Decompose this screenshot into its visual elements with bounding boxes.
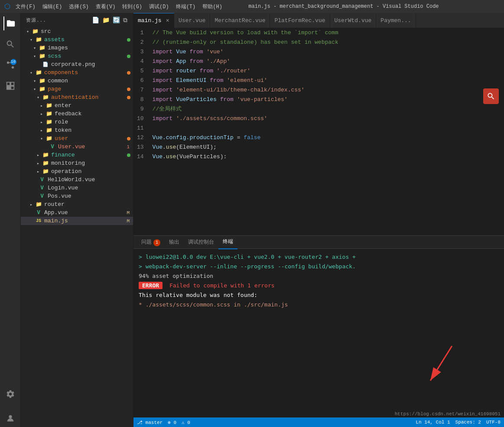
svg-point-0	[11, 66, 14, 69]
errors-count: ⊗ 0	[168, 420, 176, 425]
line-number: 11	[137, 124, 144, 133]
line-number: 13	[137, 143, 144, 152]
svg-rect-4	[7, 86, 10, 89]
terminal-line: * ./assets/scss/common.scss in ./src/mai…	[139, 300, 499, 310]
tab-platformrec-vue[interactable]: PlatFormRec.vue	[270, 13, 330, 28]
menu-terminal[interactable]: 终端(T)	[176, 3, 196, 10]
file-dot-indicator	[127, 153, 130, 157]
menu-select[interactable]: 选择(S)	[69, 3, 89, 10]
error-badge-label: ERROR	[139, 282, 163, 289]
terminal-line: > luowei22@1.0.0 dev E:\vue-cli + vue2.0…	[139, 252, 499, 262]
activity-explorer[interactable]	[3, 16, 17, 30]
tree-item-router[interactable]: ▸📁router	[21, 200, 133, 209]
line-number: 8	[137, 95, 144, 104]
window-title: main.js - merchant_background_management…	[248, 3, 439, 10]
panel-tab-输出[interactable]: 输出	[165, 236, 184, 249]
code-line: import './assets/scss/common.scss'	[153, 114, 504, 124]
tree-item-scss[interactable]: ▾📁scss	[21, 52, 133, 60]
menu-goto[interactable]: 转到(G)	[122, 3, 142, 10]
tree-item-assets[interactable]: ▾📁assets	[21, 36, 133, 44]
tree-item-components[interactable]: ▾📁components	[21, 68, 133, 77]
file-tree: ▾📁src▾📁assets▾📁images▾📁scss📄corporate.pn…	[21, 27, 133, 225]
code-editor: 1234567891011121314 // The Vue build ver…	[133, 28, 504, 235]
menu-help[interactable]: 帮助(H)	[202, 3, 222, 10]
encoding-info: UTF-8	[486, 420, 501, 425]
sidebar-header: 资源... 📄 📁 🔄 ⧉	[21, 13, 133, 27]
line-number: 1	[137, 28, 144, 38]
tree-item-page[interactable]: ▾📁page	[21, 85, 133, 93]
tree-item-common[interactable]: ▾📁common	[21, 77, 133, 85]
file-modified-badge: M	[127, 210, 130, 215]
activity-extensions[interactable]	[3, 79, 17, 93]
line-number: 10	[137, 114, 144, 124]
line-number: 12	[137, 133, 144, 143]
status-bar: ⎇ master ⊗ 0 ⚠ 0 Ln 14, Col 1 Spaces: 2 …	[133, 417, 504, 427]
svg-rect-3	[10, 82, 13, 85]
code-line	[153, 124, 504, 133]
svg-point-1	[7, 62, 9, 64]
warnings-count: ⚠ 0	[182, 420, 190, 425]
tree-item-pos-vue[interactable]: VPos.vue	[21, 192, 133, 200]
activity-search[interactable]	[3, 37, 17, 51]
tree-item-monitoring[interactable]: ▸📁monitoring	[21, 159, 133, 167]
tree-item-user[interactable]: ▾📁user	[21, 134, 133, 143]
code-line: import App from './App'	[153, 57, 504, 66]
tree-item-role[interactable]: ▸📁role	[21, 118, 133, 126]
tab-label: PlatFormRec.vue	[274, 17, 325, 24]
tree-item-user-vue[interactable]: VUser.vue1	[21, 143, 133, 151]
tree-item-operation[interactable]: ▸📁operation	[21, 167, 133, 176]
panel-tab-问题[interactable]: 问题1	[137, 236, 165, 249]
terminal-line: This relative module was not found:	[139, 290, 499, 300]
tree-item-token[interactable]: ▸📁token	[21, 126, 133, 134]
code-line: Vue.use(ElementUI);	[153, 143, 504, 152]
menu-edit[interactable]: 编辑(E)	[42, 3, 62, 10]
tree-item-authentication[interactable]: ▾📁authentication	[21, 93, 133, 101]
tree-item-images[interactable]: ▾📁images	[21, 44, 133, 52]
svg-point-6	[9, 415, 12, 418]
activity-source-control[interactable]: 10	[3, 58, 17, 72]
tree-item-main-js[interactable]: JSmain.jsM	[21, 217, 133, 225]
collapse-all-button[interactable]: ⧉	[123, 17, 128, 24]
tree-item-src[interactable]: ▾📁src	[21, 27, 133, 36]
tab-main-js[interactable]: main.js×	[133, 13, 174, 28]
search-float-button[interactable]	[483, 88, 499, 104]
tree-item-feedback[interactable]: ▸📁feedback	[21, 110, 133, 118]
panel-tab-调试控制台[interactable]: 调试控制台	[184, 236, 218, 249]
code-line: import 'element-ui/lib/theme-chalk/index…	[153, 85, 504, 95]
spaces-info: Spaces: 2	[455, 420, 481, 425]
menu-debug[interactable]: 调试(D)	[149, 3, 169, 10]
file-error-badge: 1	[127, 144, 130, 150]
tab-userwtd-vue[interactable]: UserWtd.vue	[330, 13, 377, 28]
new-file-button[interactable]: 📄	[92, 16, 100, 24]
line-number: 4	[137, 57, 144, 66]
panel-tab-终端[interactable]: 终端	[218, 235, 237, 249]
tab-merchantrec-vue[interactable]: MerchantRec.vue	[210, 13, 270, 28]
activity-account[interactable]	[3, 411, 17, 425]
tree-item-helloworld-vue[interactable]: VHelloWorld.vue	[21, 176, 133, 184]
activity-settings[interactable]	[3, 387, 17, 401]
source-control-badge: 10	[10, 59, 16, 65]
file-modified-badge: M	[127, 218, 130, 224]
tab-payment-vue[interactable]: Paymen...	[376, 13, 416, 28]
new-folder-button[interactable]: 📁	[102, 16, 110, 24]
terminal-line: 94% asset optimization	[139, 271, 499, 281]
red-arrow-indicator	[417, 342, 469, 394]
menu-file[interactable]: 文件(F)	[16, 3, 36, 10]
menu-bar[interactable]: 文件(F) 编辑(E) 选择(S) 查看(V) 转到(G) 调试(D) 终端(T…	[16, 3, 222, 10]
tree-item-finance[interactable]: ▸📁finance	[21, 151, 133, 159]
tree-item-app-vue[interactable]: VApp.vueM	[21, 209, 133, 217]
tree-item-corporate-png[interactable]: 📄corporate.png	[21, 60, 133, 68]
tab-close-button[interactable]: ×	[166, 17, 169, 24]
tab-user-vue[interactable]: User.vue	[174, 13, 210, 28]
file-dot-indicator	[127, 55, 130, 58]
terminal-content[interactable]: > luowei22@1.0.0 dev E:\vue-cli + vue2.0…	[133, 249, 504, 417]
refresh-button[interactable]: 🔄	[113, 16, 120, 24]
tree-item-login-vue[interactable]: VLogin.vue	[21, 184, 133, 192]
sidebar: 资源... 📄 📁 🔄 ⧉ ▾📁src▾📁assets▾📁images▾📁scs…	[21, 13, 133, 427]
menu-view[interactable]: 查看(V)	[96, 3, 116, 10]
terminal-line: ERROR Failed to compile with 1 errors	[139, 281, 499, 290]
svg-rect-5	[10, 86, 13, 89]
tab-bar: main.js×User.vueMerchantRec.vuePlatFormR…	[133, 13, 504, 28]
tree-item-enter[interactable]: ▸📁enter	[21, 101, 133, 110]
tab-label: main.js	[138, 17, 162, 24]
